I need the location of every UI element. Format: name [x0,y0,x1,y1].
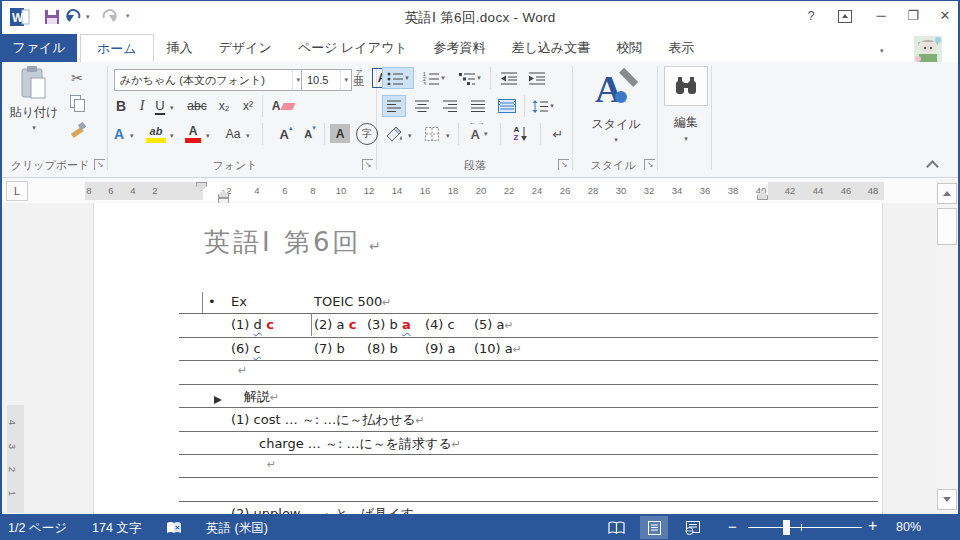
superscript-button[interactable]: x² [238,95,258,117]
change-case-button[interactable]: Aa [222,123,244,145]
group-separator [657,66,658,170]
numbering-button[interactable]: 123 ▾ [418,67,450,89]
bold-button[interactable]: B [112,95,130,117]
line-spacing-button[interactable]: ▾ [528,95,558,117]
minimize-button[interactable]: ─ [868,5,894,27]
underline-button[interactable]: U [152,95,168,117]
multilevel-list-button[interactable]: ▾ [454,67,486,89]
shading-button[interactable] [382,123,406,145]
tab-home[interactable]: ホーム [80,34,154,62]
align-center-button[interactable] [410,95,434,117]
document-page[interactable]: 英語Ⅰ 第6回 ↵ • Ex TOEIC 500↵ (1) d c (2) a … [93,203,883,514]
shading-caret[interactable]: ▾ [408,132,412,140]
character-shading-icon: A [336,127,345,141]
enclose-character-button[interactable]: 字 [356,123,378,145]
borders-caret[interactable]: ▾ [446,132,450,140]
font-color-button[interactable]: A [184,123,202,145]
language-indicator[interactable]: 英語 (米国) [206,520,268,537]
shrink-font-button[interactable]: A▾ [300,123,320,145]
paste-button[interactable]: 貼り付け ▾ [8,66,60,132]
doc-row-blank: ↵ [94,364,882,385]
increase-indent-button[interactable] [524,67,550,89]
zoom-out-button[interactable]: − [728,518,737,535]
highlight-color-button[interactable]: ab [144,123,168,145]
underline-icon: U [155,98,164,115]
character-scaling-button[interactable]: ←→A ▾ [464,123,494,145]
vertical-scrollbar[interactable] [936,179,959,514]
align-left-button[interactable] [382,95,406,117]
page-indicator[interactable]: 1/2 ページ [8,520,67,537]
ruler-number: 36 [700,185,711,196]
sort-button[interactable]: AZ [508,123,534,145]
read-mode-button[interactable] [602,516,630,539]
highlight-caret[interactable]: ▾ [170,132,174,140]
doc-row-charge: charge … ～: …に～を請求する↵ [94,435,882,456]
user-avatar[interactable] [914,36,942,62]
format-painter-button[interactable] [69,120,87,138]
proofing-status-icon[interactable]: × [166,521,183,535]
zoom-level[interactable]: 80% [896,520,921,534]
zoom-in-button[interactable]: + [868,517,877,535]
font-size-combo[interactable]: 10.5 ▾ [301,69,352,91]
font-color-caret[interactable]: ▾ [206,132,210,140]
font-dialog-launcher[interactable]: ↘ [362,159,373,170]
scrollbar-thumb[interactable] [937,208,957,245]
small-separator [324,123,325,145]
tab-design[interactable]: デザイン [206,34,285,62]
maximize-button[interactable]: ❐ [900,5,926,27]
font-size-value: 10.5 [307,74,328,86]
text-effects-caret[interactable]: ▾ [130,132,134,140]
ribbon-more-caret[interactable]: ▾ [880,47,884,55]
change-case-caret[interactable]: ▾ [246,132,250,140]
clear-formatting-button[interactable]: A [270,95,296,117]
strikethrough-button[interactable]: abc [184,95,210,117]
tab-page-layout[interactable]: ページ レイアウト [285,34,421,62]
zoom-slider-track[interactable] [748,527,862,528]
vertical-ruler[interactable]: 432112345678 [7,405,24,514]
font-name-combo[interactable]: みかちゃん (本文のフォント) ▾ [114,69,304,91]
borders-button[interactable] [420,123,444,145]
scroll-up-button[interactable] [937,183,957,204]
tab-view[interactable]: 表示 [655,34,707,62]
tab-insert[interactable]: 挿入 [154,34,206,62]
tab-file[interactable]: ファイル [1,34,77,62]
print-layout-button[interactable] [640,516,668,539]
text-effects-button[interactable]: A [110,123,128,145]
close-button[interactable]: ✕ [932,5,958,27]
align-right-button[interactable] [438,95,462,117]
grow-font-button[interactable]: A▴ [276,123,296,145]
ribbon-display-options-button[interactable] [838,10,852,23]
decrease-indent-button[interactable] [496,67,522,89]
tab-review[interactable]: 校閲 [603,34,655,62]
subscript-button[interactable]: x₂ [214,95,234,117]
styles-button[interactable]: A スタイル ▾ [580,64,652,144]
distribute-button[interactable] [494,95,520,117]
tab-mailings[interactable]: 差し込み文書 [499,34,604,62]
editing-button[interactable]: 編集 ▾ [664,66,708,143]
word-count[interactable]: 174 文字 [92,520,141,537]
phonetic-guide-button[interactable]: ア 亜 [350,66,368,90]
scroll-down-button[interactable] [937,489,957,510]
tab-references[interactable]: 参考資料 [421,34,499,62]
justify-button[interactable] [466,95,490,117]
web-layout-button[interactable] [678,516,706,539]
increase-indent-icon [529,72,545,85]
ruler-number: 6 [108,185,113,196]
cut-button[interactable]: ✂ [66,68,88,88]
small-separator [262,95,263,117]
paste-caret: ▾ [32,124,36,132]
collapse-ribbon-button[interactable] [926,160,939,173]
copy-button[interactable] [70,95,85,112]
show-paragraph-marks-button[interactable]: ↵ [546,123,570,145]
italic-button[interactable]: I [134,95,150,117]
paragraph-dialog-launcher[interactable]: ↘ [558,159,569,170]
zoom-slider-thumb[interactable] [783,520,790,535]
help-button[interactable]: ? [798,5,824,27]
clipboard-dialog-launcher[interactable]: ↘ [94,159,105,170]
styles-dialog-launcher[interactable]: ↘ [644,159,655,170]
character-shading-button[interactable]: A [330,124,350,143]
underline-caret[interactable]: ▾ [170,104,174,112]
doc-text: (3) b a [367,317,411,332]
svg-text:A: A [595,68,623,110]
bullets-button[interactable]: ▾ [382,67,414,89]
